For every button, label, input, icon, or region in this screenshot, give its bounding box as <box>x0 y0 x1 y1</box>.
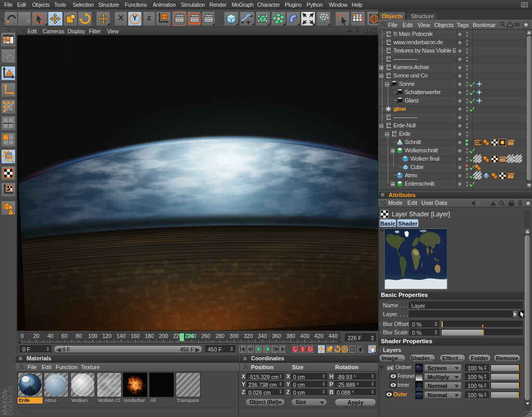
svg-text:20: 20 <box>33 333 39 339</box>
svg-text:320: 320 <box>244 333 253 339</box>
svg-text:140: 140 <box>116 333 126 339</box>
svg-text:160: 160 <box>130 333 140 339</box>
svg-text:280: 280 <box>216 333 225 339</box>
svg-text:340: 340 <box>258 333 267 339</box>
svg-text:400: 400 <box>300 333 310 339</box>
svg-text:260: 260 <box>201 333 210 339</box>
svg-text:?: ? <box>309 346 312 352</box>
svg-text:40: 40 <box>47 333 54 339</box>
svg-text:420: 420 <box>314 333 324 339</box>
svg-text:360: 360 <box>272 333 281 339</box>
svg-text:100: 100 <box>88 333 98 339</box>
svg-text:120: 120 <box>102 333 112 339</box>
svg-text:440: 440 <box>328 333 338 339</box>
svg-text:180: 180 <box>145 333 154 339</box>
svg-text:60: 60 <box>61 333 68 339</box>
svg-text:300: 300 <box>230 333 239 339</box>
svg-text:226: 226 <box>185 333 194 339</box>
svg-text:80: 80 <box>76 333 82 339</box>
svg-text:0: 0 <box>21 333 24 339</box>
svg-text:P: P <box>343 347 346 352</box>
svg-text:380: 380 <box>286 333 296 339</box>
svg-text:200: 200 <box>159 333 168 339</box>
